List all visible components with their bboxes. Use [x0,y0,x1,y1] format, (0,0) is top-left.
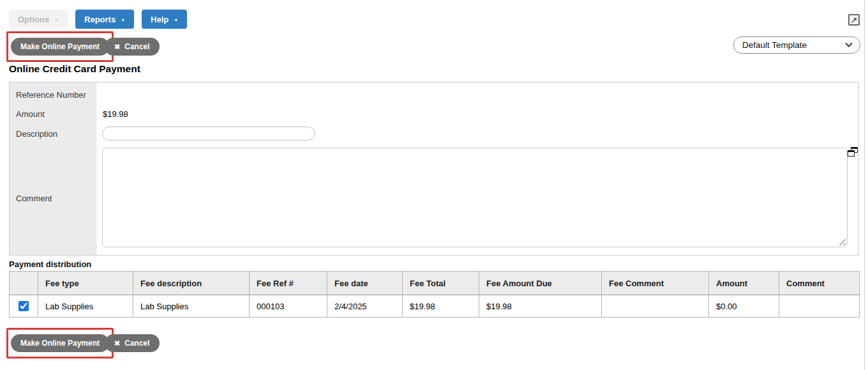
cell-fee-total: $19.98 [403,295,479,318]
caret-down-icon: ▼ [174,18,178,22]
options-menu-label: Options [18,15,49,24]
make-payment-highlight-box-top: Make Online Payment [6,31,114,62]
options-menu-button: Options ▼ [9,10,68,29]
cancel-button-label: Cancel [124,339,149,348]
expand-editor-front-window [848,150,855,157]
header-comment: Comment [779,272,860,295]
table-header-row: Fee type Fee description Fee Ref # Fee d… [10,272,860,295]
header-fee-total: Fee Total [403,272,479,295]
amount-label: Amount [16,109,45,119]
template-select-value: Default Template [742,40,807,50]
caret-down-icon: ▼ [54,18,59,22]
help-menu-button[interactable]: Help ▼ [142,10,187,29]
toolbar: Options ▼ Reports ▼ Help ▼ [9,10,187,29]
make-online-payment-button-top[interactable]: Make Online Payment [11,38,109,56]
cell-fee-description: Lab Supplies [133,295,250,318]
header-fee-description: Fee description [133,272,250,295]
cancel-button-top[interactable]: ✖ Cancel [105,38,160,56]
payment-distribution-table: Fee type Fee description Fee Ref # Fee d… [9,271,860,318]
cell-fee-type: Lab Supplies [38,295,133,318]
cancel-button-label: Cancel [124,42,149,51]
header-amount: Amount [709,272,779,295]
cell-amount: $0.00 [709,295,779,318]
cancel-x-icon: ✖ [114,43,120,50]
comment-label: Comment [16,194,52,203]
table-row: Lab Supplies Lab Supplies 000103 2/4/202… [10,295,860,318]
header-select [10,272,38,295]
description-input[interactable] [102,127,315,141]
caret-down-icon: ▼ [121,18,125,22]
description-label: Description [16,129,57,139]
header-fee-type: Fee type [38,272,133,295]
cell-fee-date: 2/4/2025 [327,295,403,318]
reports-menu-button[interactable]: Reports ▼ [75,10,134,29]
cancel-button-bottom[interactable]: ✖ Cancel [105,334,160,352]
payment-form-panel: Reference Number Amount $19.98 Descripti… [9,82,859,256]
reports-menu-label: Reports [84,15,116,24]
comment-textarea[interactable] [102,148,848,247]
cell-fee-comment [602,295,709,318]
viewport-right-edge-line [864,0,865,370]
amount-value: $19.98 [103,109,128,119]
reference-number-label: Reference Number [16,90,86,100]
header-fee-date: Fee date [327,272,403,295]
help-menu-label: Help [151,15,168,24]
cancel-x-icon: ✖ [114,340,120,347]
cell-comment [779,295,860,318]
popout-arrow-glyph: ↗ [851,16,858,24]
row-select-checkbox[interactable] [19,301,29,311]
header-fee-amount-due: Fee Amount Due [479,272,602,295]
row-select-cell [10,295,38,318]
make-payment-highlight-box-bottom: Make Online Payment [6,328,114,358]
cell-fee-amount-due: $19.98 [479,295,602,318]
page-title: Online Credit Card Payment [9,63,140,75]
template-select[interactable]: Default Template [733,36,860,54]
header-fee-comment: Fee Comment [602,272,709,295]
header-fee-ref: Fee Ref # [250,272,327,295]
make-online-payment-button-bottom[interactable]: Make Online Payment [11,334,109,352]
payment-distribution-heading: Payment distribution [9,259,91,269]
expand-editor-icon[interactable] [848,147,858,157]
cell-fee-ref: 000103 [250,295,327,318]
popout-window-icon[interactable]: ↗ [848,14,860,26]
chevron-down-icon [845,40,852,47]
form-label-column [10,82,96,255]
